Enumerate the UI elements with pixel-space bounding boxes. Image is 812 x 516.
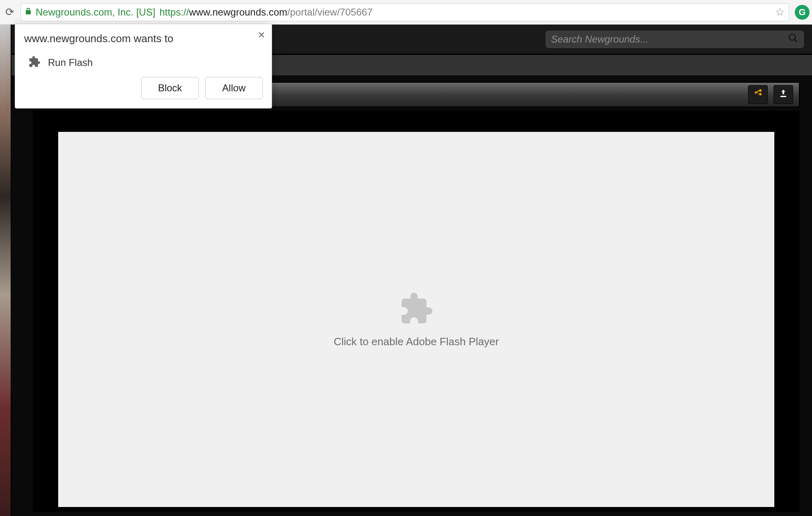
plugin-icon bbox=[28, 56, 41, 70]
browser-toolbar: ⟳ Newgrounds.com, Inc. [US] https://www.… bbox=[0, 0, 812, 25]
upload-icon bbox=[778, 88, 788, 101]
sidebar-decoration bbox=[0, 25, 11, 516]
permission-dialog: ✕ www.newgrounds.com wants to Run Flash … bbox=[15, 24, 272, 109]
allow-button[interactable]: Allow bbox=[205, 77, 263, 99]
flash-placeholder[interactable]: Click to enable Adobe Flash Player bbox=[58, 132, 774, 507]
puzzle-piece-icon bbox=[399, 291, 434, 328]
ev-certificate-label: Newgrounds.com, Inc. [US] bbox=[36, 7, 155, 18]
close-button[interactable]: ✕ bbox=[258, 30, 265, 41]
close-icon: ✕ bbox=[258, 30, 265, 40]
reload-icon: ⟳ bbox=[5, 6, 14, 18]
url-path: /portal/view/705667 bbox=[287, 7, 372, 18]
lock-icon bbox=[25, 7, 32, 17]
permission-buttons: Block Allow bbox=[24, 77, 263, 99]
search-input[interactable] bbox=[551, 34, 784, 45]
url-host: www.newgrounds.com bbox=[189, 7, 287, 18]
permission-title: www.newgrounds.com wants to bbox=[24, 32, 263, 45]
extension-badge-icon: G bbox=[798, 7, 805, 18]
block-button[interactable]: Block bbox=[141, 77, 199, 99]
search-icon[interactable] bbox=[788, 33, 798, 46]
extension-badge[interactable]: G bbox=[795, 5, 810, 20]
url-display: https://www.newgrounds.com/portal/view/7… bbox=[159, 7, 372, 18]
url-scheme: https:// bbox=[159, 7, 189, 18]
bookmark-star-icon[interactable]: ☆ bbox=[775, 6, 785, 18]
share-button[interactable] bbox=[748, 85, 768, 104]
flash-enable-text: Click to enable Adobe Flash Player bbox=[333, 335, 499, 348]
content-frame: Click to enable Adobe Flash Player bbox=[33, 111, 800, 512]
permission-item-row: Run Flash bbox=[24, 53, 263, 77]
reload-button[interactable]: ⟳ bbox=[2, 5, 17, 20]
upload-button[interactable] bbox=[773, 85, 793, 104]
site-search[interactable] bbox=[546, 31, 804, 48]
permission-item-label: Run Flash bbox=[48, 57, 93, 68]
share-icon bbox=[753, 88, 763, 101]
address-bar[interactable]: Newgrounds.com, Inc. [US] https://www.ne… bbox=[20, 3, 789, 21]
